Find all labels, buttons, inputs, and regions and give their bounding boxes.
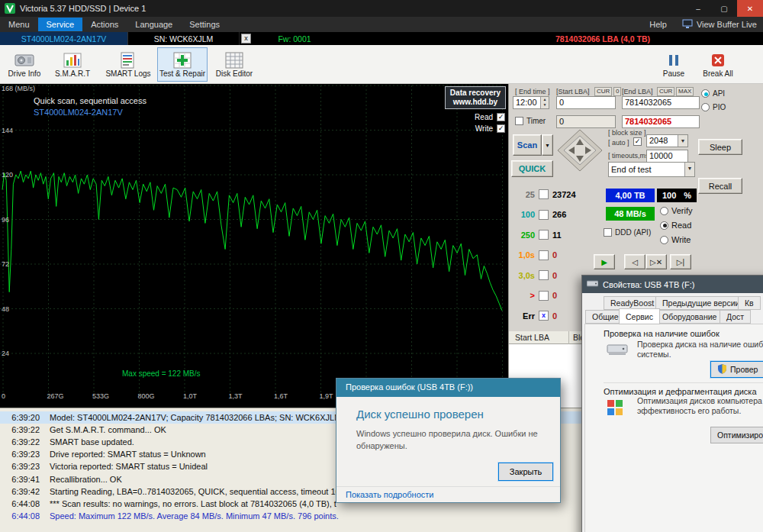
menu-item-service[interactable]: Service [38, 18, 83, 31]
start-lba-zero-chip[interactable]: 0 [613, 87, 621, 96]
auto-checkbox[interactable] [633, 137, 642, 146]
chevron-down-icon[interactable]: ▼ [684, 163, 694, 176]
graph-title: Quick scan, sequential access [34, 96, 146, 105]
speed-line [2, 171, 502, 311]
read-checkbox[interactable] [497, 113, 505, 121]
mode-label: Verify [671, 206, 693, 215]
radio-icon[interactable] [660, 221, 668, 230]
api-radio[interactable] [701, 89, 710, 98]
start-lba-cur-chip[interactable]: CUR [594, 87, 612, 96]
app-icon [5, 3, 15, 14]
pio-radio[interactable] [701, 103, 710, 111]
clear-serial-button[interactable]: x [241, 34, 251, 44]
tab-оборудование[interactable]: Оборудование [655, 310, 723, 324]
stat-box [539, 189, 549, 199]
drive-icon [4, 50, 45, 69]
chevron-down-icon[interactable]: ▼ [678, 135, 687, 147]
mode-radio-verify[interactable]: Verify [660, 206, 693, 215]
sleep-button[interactable]: Sleep [698, 139, 742, 155]
y-axis-label: 168 (MB/s) [2, 85, 35, 92]
radio-icon[interactable] [660, 207, 668, 215]
drive-info-button[interactable]: Drive Info [3, 47, 46, 82]
maximize-button[interactable]: ▢ [711, 0, 737, 17]
menu-item-settings[interactable]: Settings [181, 18, 228, 31]
spinner-icon[interactable]: ▲▼ [540, 97, 549, 108]
hdd-icon [607, 341, 628, 358]
stat-row-1-0s: 1,0s0 [512, 250, 557, 260]
view-buffer-live-toggle[interactable]: View Buffer Live [682, 19, 757, 30]
timeout-input[interactable]: 10000 [646, 150, 688, 163]
properties-dialog-titlebar[interactable]: Свойства: USB 4TB (F:) ✕ [582, 276, 763, 293]
close-button[interactable]: ✕ [737, 0, 763, 17]
smart-logs-button[interactable]: SMART Logs [104, 47, 153, 82]
disk-editor-button[interactable]: Disk Editor [212, 47, 256, 82]
log-time: 6:39:22 [0, 437, 40, 447]
scan-button[interactable]: Scan [513, 134, 542, 156]
ddd-checkbox[interactable] [604, 228, 612, 237]
speed-badge: 48 MB/s [606, 207, 655, 221]
tab-кв[interactable]: Кв [738, 296, 761, 310]
tab-предыдущие-версии[interactable]: Предыдущие версии [655, 296, 746, 310]
log-text: Victoria reported: SMART status = Unidea… [50, 462, 208, 471]
log-text: *** Scan results: no warnings, no errors… [50, 499, 336, 508]
to-end-button[interactable]: ▷| [670, 254, 691, 269]
mode-radio-write[interactable]: Write [660, 235, 691, 244]
check-disk-button[interactable]: Провер [710, 361, 763, 378]
close-dialog-button[interactable]: Закрыть [498, 463, 553, 481]
mode-radio-read[interactable]: Read [660, 221, 691, 230]
menu-item-menu[interactable]: Menu [0, 18, 38, 31]
x-axis-label: 1,6T [274, 392, 288, 400]
end-lba-label: [End LBA] [622, 88, 653, 95]
jog-diamond-control[interactable] [555, 127, 605, 176]
capacity-badge: 4,00 TB [606, 189, 655, 202]
drive-small-icon [587, 279, 598, 289]
x-axis-label: 0 [2, 392, 5, 400]
end-of-test-select[interactable]: End of test▼ [608, 162, 695, 177]
step-back-button[interactable]: ◁ [624, 254, 645, 269]
check-dialog-titlebar[interactable]: Проверка ошибок (USB 4TB (F:)) [336, 379, 560, 397]
defects-column-start-lba[interactable]: Start LBA [515, 333, 549, 342]
show-details-link[interactable]: Показать подробности [346, 490, 433, 499]
recall-button[interactable]: Recall [698, 178, 742, 194]
s-m-a-r-t-button[interactable]: S.M.A.R.T [49, 47, 96, 82]
stat-box [539, 291, 549, 301]
end-lba-max-chip[interactable]: MAX [676, 87, 694, 96]
graph-legend: ReadWrite [475, 113, 505, 136]
timer-label: Timer [526, 117, 546, 125]
minimize-button[interactable]: – [685, 0, 711, 17]
start-lba-input[interactable]: 0 [556, 96, 616, 109]
test-repair-button[interactable]: Test & Repair [157, 47, 208, 82]
speed-graph-plot [0, 84, 508, 408]
block-size-select[interactable]: 2048▼ [646, 134, 688, 147]
stat-count: 266 [552, 210, 566, 219]
end-lba-cur-chip[interactable]: CUR [657, 87, 674, 96]
menu-item-actions[interactable]: Actions [82, 18, 127, 31]
window-title: Victoria 5.37 HDD/SSD | Device 1 [20, 4, 146, 13]
device-firmware: Fw: 0001 [256, 32, 333, 45]
stat-row-3-0s: 3,0s0 [512, 270, 557, 280]
divider [336, 486, 560, 487]
tab-сервис[interactable]: Сервис [619, 308, 660, 324]
timer-checkbox[interactable] [515, 117, 523, 125]
stop-x-button[interactable]: ▷✕ [645, 254, 667, 269]
check-result-dialog: Проверка ошибок (USB 4TB (F:)) Диск успе… [336, 378, 561, 503]
scan-dropdown-icon[interactable]: ▼ [542, 134, 553, 156]
optimize-button[interactable]: Оптимизиро [710, 427, 763, 443]
write-checkbox[interactable] [497, 124, 505, 133]
pause-button[interactable]: Pause [655, 47, 693, 82]
mode-label: Read [671, 221, 691, 230]
start-button[interactable]: ▶ [594, 254, 615, 269]
stat-count: 11 [552, 231, 562, 240]
end-time-input[interactable]: 12:00▲▼ [513, 96, 549, 109]
break-all-button[interactable]: Break All [697, 47, 739, 82]
device-model[interactable]: ST4000LM024-2AN17V [0, 32, 128, 45]
end-lba-input[interactable]: 7814032065 [622, 96, 700, 109]
legend-label: Write [475, 124, 493, 133]
radio-icon[interactable] [660, 236, 668, 244]
quick-button[interactable]: QUICK [511, 160, 553, 177]
menu-item-language[interactable]: Language [127, 18, 181, 31]
tab-дост[interactable]: Дост [720, 310, 751, 324]
toolbar-button-label: S.M.A.R.T [50, 69, 95, 78]
menu-item-help[interactable]: Help [649, 20, 667, 29]
graph-subtitle: ST4000LM024-2AN17V [34, 108, 123, 117]
